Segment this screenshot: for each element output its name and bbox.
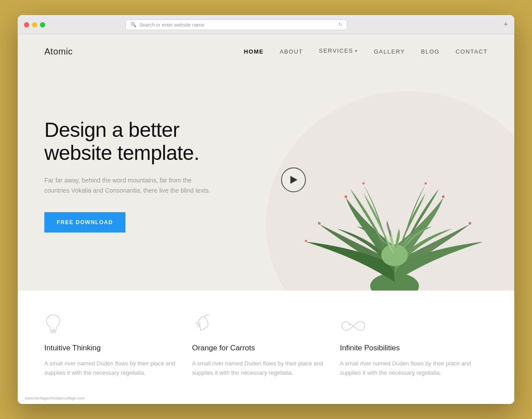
nav-link-about[interactable]: ABOUT xyxy=(280,48,303,55)
new-tab-button[interactable]: + xyxy=(503,20,508,29)
carrot-icon xyxy=(192,313,214,335)
browser-window: 🔍 Search or enter website name ↻ + Atomi… xyxy=(18,15,514,404)
site-navigation: Atomic HOME ABOUT SERVICES ▾ GALLERY BLO… xyxy=(18,34,514,69)
nav-item-blog[interactable]: BLOG xyxy=(421,47,440,55)
nav-item-home[interactable]: HOME xyxy=(244,47,264,55)
feature-3-title: Infinite Posibilities xyxy=(340,344,474,353)
infinity-icon xyxy=(340,317,367,335)
svg-point-9 xyxy=(318,222,321,225)
nav-item-services[interactable]: SERVICES ▾ xyxy=(319,47,358,55)
nav-item-gallery[interactable]: GALLERY xyxy=(374,47,405,55)
watermark: www.heritagechristiancollege.com xyxy=(25,396,85,400)
hero-text: Design a better website template. Far fa… xyxy=(44,118,266,233)
nav-item-about[interactable]: ABOUT xyxy=(280,47,303,55)
play-video-button[interactable] xyxy=(281,167,306,192)
nav-link-gallery[interactable]: GALLERY xyxy=(374,48,405,55)
lightbulb-icon xyxy=(44,313,62,335)
nav-links: HOME ABOUT SERVICES ▾ GALLERY BLOG CONTA… xyxy=(244,47,488,55)
maximize-button[interactable] xyxy=(40,22,45,27)
svg-point-8 xyxy=(442,195,445,198)
nav-link-blog[interactable]: BLOG xyxy=(421,48,440,55)
feature-2-title: Orange for Carrots xyxy=(192,344,326,353)
feature-infinite-possibilities: Infinite Posibilities A small river name… xyxy=(340,313,488,378)
nav-link-contact[interactable]: CONTACT xyxy=(456,48,488,55)
svg-point-12 xyxy=(425,182,427,184)
svg-point-13 xyxy=(305,240,307,242)
chevron-down-icon: ▾ xyxy=(355,49,358,53)
carrot-icon-container xyxy=(192,313,326,335)
site-content: Atomic HOME ABOUT SERVICES ▾ GALLERY BLO… xyxy=(18,34,514,404)
reload-icon[interactable]: ↻ xyxy=(338,22,342,27)
close-button[interactable] xyxy=(24,22,29,27)
site-logo: Atomic xyxy=(44,47,73,57)
address-text: Search or enter website name xyxy=(139,22,204,27)
hero-section: Design a better website template. Far fa… xyxy=(18,69,514,291)
search-icon: 🔍 xyxy=(130,22,137,27)
feature-2-desc: A small river named Duden flows by their… xyxy=(192,359,326,378)
nav-item-contact[interactable]: CONTACT xyxy=(456,47,488,55)
lightbulb-icon-container xyxy=(44,313,179,335)
infinity-icon-container xyxy=(340,313,474,335)
feature-1-desc: A small river named Duden flows by their… xyxy=(44,359,179,378)
feature-orange-carrots: Orange for Carrots A small river named D… xyxy=(192,313,340,378)
features-section: Intuitive Thinking A small river named D… xyxy=(18,291,514,404)
nav-link-home[interactable]: HOME xyxy=(244,48,264,55)
traffic-lights xyxy=(24,22,45,27)
svg-point-7 xyxy=(344,195,347,198)
feature-3-desc: A small river named Duden flows by their… xyxy=(340,359,474,378)
play-icon xyxy=(290,176,297,184)
hero-heading: Design a better website template. xyxy=(44,118,266,165)
feature-1-title: Intuitive Thinking xyxy=(44,344,179,353)
hero-subtext: Far far away, behind the word mountains,… xyxy=(44,175,213,196)
succulent-illustration xyxy=(231,69,514,291)
address-bar[interactable]: 🔍 Search or enter website name ↻ xyxy=(125,19,347,30)
svg-point-10 xyxy=(469,222,471,225)
svg-point-11 xyxy=(363,182,365,184)
nav-link-services[interactable]: SERVICES ▾ xyxy=(319,47,358,54)
feature-intuitive-thinking: Intuitive Thinking A small river named D… xyxy=(44,313,192,378)
minimize-button[interactable] xyxy=(32,22,37,27)
browser-chrome: 🔍 Search or enter website name ↻ + xyxy=(18,15,514,34)
free-download-button[interactable]: FREE DOWNLOAD xyxy=(44,212,125,233)
